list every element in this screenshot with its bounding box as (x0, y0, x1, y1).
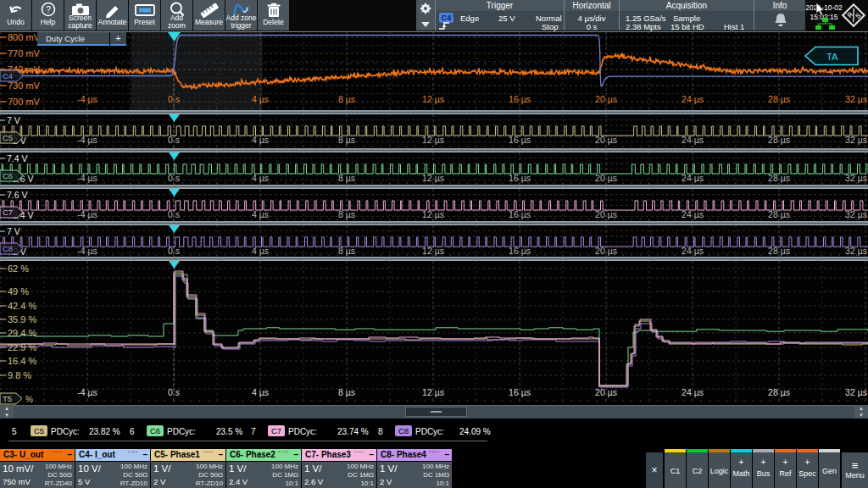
svg-text:62 %: 62 % (8, 263, 29, 274)
svg-text:8 µs: 8 µs (338, 135, 355, 145)
svg-text:8 µs: 8 µs (338, 246, 355, 256)
svg-text:-4 µs: -4 µs (77, 387, 97, 397)
svg-text:16 µs: 16 µs (509, 173, 531, 183)
svg-text:24 µs: 24 µs (682, 135, 704, 145)
svg-text:7.6 V: 7.6 V (7, 190, 28, 200)
svg-text:4 µs: 4 µs (252, 387, 269, 397)
svg-text:12 µs: 12 µs (422, 246, 444, 256)
svg-text:8 µs: 8 µs (338, 387, 355, 397)
svg-text:32 µs: 32 µs (845, 387, 867, 397)
svg-text:-4 µs: -4 µs (77, 135, 97, 145)
svg-text:4 µs: 4 µs (252, 209, 269, 219)
svg-text:28 µs: 28 µs (768, 387, 790, 397)
svg-text:32 µs: 32 µs (845, 173, 867, 183)
svg-text:0 s: 0 s (168, 209, 180, 219)
svg-text:16 µs: 16 µs (509, 387, 531, 397)
svg-text:28 µs: 28 µs (768, 246, 790, 256)
svg-text:0 s: 0 s (168, 135, 180, 145)
svg-text:9.8 %: 9.8 % (8, 370, 31, 380)
svg-text:-4 µs: -4 µs (77, 94, 97, 104)
svg-text:C6: C6 (3, 171, 13, 180)
svg-text:TA: TA (826, 52, 838, 62)
svg-text:4 µs: 4 µs (252, 135, 269, 145)
svg-text:700 mV: 700 mV (8, 97, 41, 107)
svg-text:28 µs: 28 µs (768, 94, 790, 104)
svg-text:20 µs: 20 µs (595, 173, 617, 183)
svg-text:24 µs: 24 µs (682, 387, 704, 397)
svg-text:16 µs: 16 µs (509, 94, 531, 104)
svg-text:24 µs: 24 µs (682, 246, 704, 256)
svg-text:7 V: 7 V (7, 226, 20, 236)
svg-text:12 µs: 12 µs (422, 387, 444, 397)
svg-text:0 s: 0 s (168, 246, 180, 256)
svg-text:20 µs: 20 µs (595, 246, 617, 256)
svg-text:C4: C4 (3, 71, 13, 80)
svg-text:0 s: 0 s (168, 94, 180, 104)
svg-text:42.4 %: 42.4 % (8, 301, 36, 311)
svg-text:-4 µs: -4 µs (77, 209, 97, 219)
svg-text:C7: C7 (3, 208, 13, 217)
svg-text:32 µs: 32 µs (845, 135, 867, 145)
svg-text:24 µs: 24 µs (682, 94, 704, 104)
svg-text:32 µs: 32 µs (845, 94, 867, 104)
svg-text:4 µs: 4 µs (252, 173, 269, 183)
svg-text:800 mV: 800 mV (8, 32, 41, 42)
svg-text:T5: T5 (3, 394, 12, 403)
svg-text:16 µs: 16 µs (509, 135, 531, 145)
svg-text:C5: C5 (3, 133, 13, 142)
svg-text:0 s: 0 s (168, 173, 180, 183)
svg-text:12 µs: 12 µs (422, 94, 444, 104)
svg-text:49 %: 49 % (8, 286, 29, 297)
svg-text:20 µs: 20 µs (595, 387, 617, 397)
svg-text:12 µs: 12 µs (422, 173, 444, 183)
svg-text:16.4 %: 16.4 % (8, 356, 36, 366)
svg-text:12 µs: 12 µs (422, 209, 444, 219)
svg-text:20 µs: 20 µs (595, 209, 617, 219)
svg-text:0 s: 0 s (168, 387, 180, 397)
svg-text:16 µs: 16 µs (509, 209, 531, 219)
svg-text:28 µs: 28 µs (768, 173, 790, 183)
svg-text:29.4 %: 29.4 % (8, 328, 36, 338)
svg-text:12 µs: 12 µs (422, 135, 444, 145)
svg-text:8 µs: 8 µs (338, 209, 355, 219)
svg-text:8 µs: 8 µs (338, 94, 355, 104)
svg-text:%: % (25, 395, 33, 404)
svg-text:730 mV: 730 mV (8, 80, 41, 91)
svg-text:32 µs: 32 µs (845, 209, 867, 219)
svg-text:28 µs: 28 µs (768, 135, 790, 145)
svg-text:4 µs: 4 µs (252, 94, 269, 104)
svg-text:35.9 %: 35.9 % (8, 314, 36, 324)
svg-text:28 µs: 28 µs (768, 209, 790, 219)
svg-text:24 µs: 24 µs (682, 173, 704, 183)
svg-text:?: ? (46, 4, 51, 14)
svg-text:24 µs: 24 µs (682, 209, 704, 219)
svg-text:20 µs: 20 µs (595, 94, 617, 104)
svg-text:32 µs: 32 µs (845, 246, 867, 256)
svg-text:22.9 %: 22.9 % (8, 342, 36, 352)
svg-text:16 µs: 16 µs (509, 246, 531, 256)
svg-text:8 µs: 8 µs (338, 173, 355, 183)
svg-text:7.4 V: 7.4 V (7, 153, 28, 164)
svg-text:770 mV: 770 mV (8, 48, 41, 58)
svg-text:4 µs: 4 µs (252, 246, 269, 256)
svg-text:20 µs: 20 µs (595, 135, 617, 145)
svg-text:7 V: 7 V (7, 115, 20, 125)
svg-text:-4 µs: -4 µs (77, 246, 97, 256)
svg-text:-4 µs: -4 µs (77, 173, 97, 183)
svg-text:C8: C8 (3, 244, 13, 253)
